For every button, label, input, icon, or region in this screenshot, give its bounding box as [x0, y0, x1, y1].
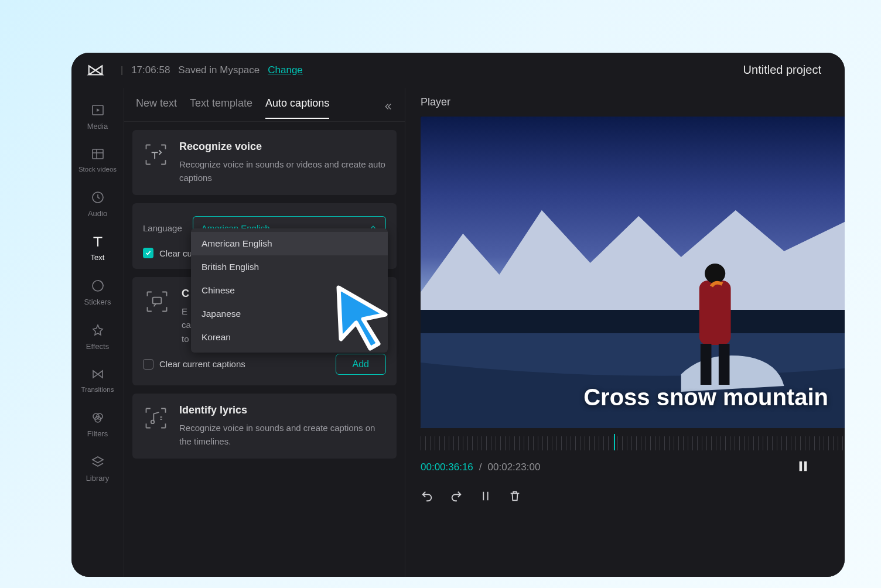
- add-button[interactable]: Add: [336, 354, 386, 375]
- sidebar-item-label: Media: [87, 122, 108, 131]
- topbar: | 17:06:58 Saved in Myspace Change Untit…: [71, 53, 845, 88]
- recognize-voice-icon: [143, 141, 169, 169]
- language-dropdown: American English British English Chinese…: [191, 228, 388, 353]
- svg-rect-1: [93, 149, 103, 159]
- delete-button[interactable]: [508, 490, 521, 505]
- clear-captions-label: Clear current captions: [159, 359, 245, 369]
- sidebar-item-transitions[interactable]: Transitions: [73, 360, 122, 404]
- create-captions-title-trunc: C: [182, 288, 191, 300]
- svg-rect-7: [153, 298, 162, 304]
- create-captions-icon: [143, 288, 171, 316]
- language-option[interactable]: American English: [191, 232, 388, 255]
- sidebar-item-stock-videos[interactable]: Stock videos: [73, 140, 122, 183]
- change-link[interactable]: Change: [268, 64, 303, 76]
- clear-captions-checkbox-2[interactable]: [143, 359, 153, 370]
- identify-lyrics-desc: Recognize voice in sounds and create cap…: [179, 421, 386, 449]
- stock-icon: [90, 146, 106, 162]
- app-logo: [87, 61, 104, 79]
- audio-icon: [90, 189, 106, 206]
- sidebar-item-library[interactable]: Library: [73, 448, 122, 493]
- sidebar-item-label: Effects: [86, 342, 110, 351]
- create-captions-desc-line: ca: [182, 318, 191, 331]
- svg-rect-9: [421, 310, 845, 333]
- timeline[interactable]: [421, 436, 845, 450]
- sidebar-item-text[interactable]: Text: [73, 227, 122, 272]
- top-meta: 17:06:58 Saved in Myspace Change: [131, 64, 303, 76]
- svg-rect-15: [804, 461, 807, 471]
- redo-button[interactable]: [450, 490, 463, 505]
- identify-lyrics-card: Identify lyrics Recognize voice in sound…: [132, 394, 397, 459]
- undo-button[interactable]: [421, 490, 433, 505]
- sidebar-item-label: Filters: [87, 429, 108, 439]
- tab-auto-captions[interactable]: Auto captions: [265, 97, 329, 119]
- recognize-voice-desc: Recognize voice in sounds or videos and …: [179, 158, 386, 185]
- language-option[interactable]: British English: [191, 255, 388, 279]
- language-label: Language: [143, 223, 182, 233]
- svg-point-8: [151, 420, 155, 423]
- sidebar-item-label: Library: [86, 474, 110, 483]
- language-option[interactable]: Chinese: [191, 279, 388, 302]
- identify-lyrics-icon: [143, 404, 169, 432]
- svg-rect-13: [719, 344, 730, 385]
- text-panel: New text Text template Auto captions Rec…: [124, 88, 405, 577]
- sidebar-item-label: Transitions: [81, 386, 114, 394]
- clear-captions-checkbox[interactable]: [143, 248, 153, 258]
- playhead[interactable]: [614, 434, 615, 450]
- create-captions-desc-line: to: [182, 332, 191, 346]
- svg-point-11: [705, 264, 725, 283]
- sidebar-item-audio[interactable]: Audio: [73, 183, 122, 228]
- sidebar-item-effects[interactable]: Effects: [73, 316, 122, 361]
- app-window: | 17:06:58 Saved in Myspace Change Untit…: [71, 53, 845, 577]
- player-title: Player: [421, 96, 845, 117]
- effects-icon: [90, 322, 106, 339]
- filters-icon: [90, 409, 106, 426]
- panel-body: Recognize voice Recognize voice in sound…: [124, 122, 405, 467]
- main-area: Media Stock videos Audio Text Stickers E…: [71, 88, 845, 577]
- identify-lyrics-title: Identify lyrics: [179, 404, 386, 416]
- language-option[interactable]: Japanese: [191, 302, 388, 326]
- media-icon: [90, 102, 106, 118]
- time-separator: /: [479, 461, 482, 473]
- split-button[interactable]: [479, 490, 492, 505]
- divider: |: [121, 65, 123, 76]
- tab-text-template[interactable]: Text template: [190, 97, 252, 119]
- recognize-voice-title: Recognize voice: [179, 141, 386, 153]
- transitions-icon: [90, 366, 106, 382]
- tab-new-text[interactable]: New text: [136, 97, 177, 119]
- svg-rect-10: [699, 281, 731, 345]
- sidebar-item-label: Stock videos: [78, 166, 117, 174]
- toolbar: [421, 490, 845, 505]
- sidebar-item-filters[interactable]: Filters: [73, 404, 122, 448]
- sidebar-item-label: Stickers: [84, 298, 111, 307]
- library-icon: [90, 454, 106, 470]
- player-panel: Player: [405, 88, 845, 577]
- language-option[interactable]: Korean: [191, 326, 388, 349]
- time-row: 00:00:36:16 / 00:02:23:00: [421, 459, 845, 477]
- create-captions-desc-line: E: [182, 305, 191, 318]
- capcut-logo-icon: [87, 61, 104, 79]
- recognize-voice-card: Recognize voice Recognize voice in sound…: [132, 130, 397, 196]
- current-time: 00:00:36:16: [421, 461, 473, 473]
- save-time: 17:06:58: [131, 64, 170, 76]
- stickers-icon: [90, 278, 106, 294]
- saved-label: Saved in Myspace: [178, 64, 259, 76]
- sidebar-item-stickers[interactable]: Stickers: [73, 272, 122, 316]
- caption-overlay: Cross snow mountain: [583, 384, 828, 411]
- duration-time: 00:02:23:00: [488, 461, 541, 473]
- sidebar-item-label: Audio: [88, 209, 107, 218]
- svg-rect-14: [800, 461, 803, 471]
- left-sidebar: Media Stock videos Audio Text Stickers E…: [71, 88, 124, 577]
- sidebar-item-media[interactable]: Media: [73, 96, 122, 141]
- svg-rect-12: [701, 344, 712, 385]
- mountain-scene: [421, 117, 845, 428]
- text-icon: [90, 233, 106, 249]
- sidebar-item-label: Text: [91, 253, 105, 262]
- text-tabs: New text Text template Auto captions: [124, 88, 405, 122]
- collapse-panel-icon[interactable]: [383, 101, 393, 114]
- project-title[interactable]: Untitled project: [743, 63, 821, 77]
- pause-button[interactable]: [797, 459, 810, 477]
- clear-captions-label-truncated: Clear cur: [159, 248, 195, 258]
- video-preview[interactable]: Cross snow mountain: [421, 117, 845, 428]
